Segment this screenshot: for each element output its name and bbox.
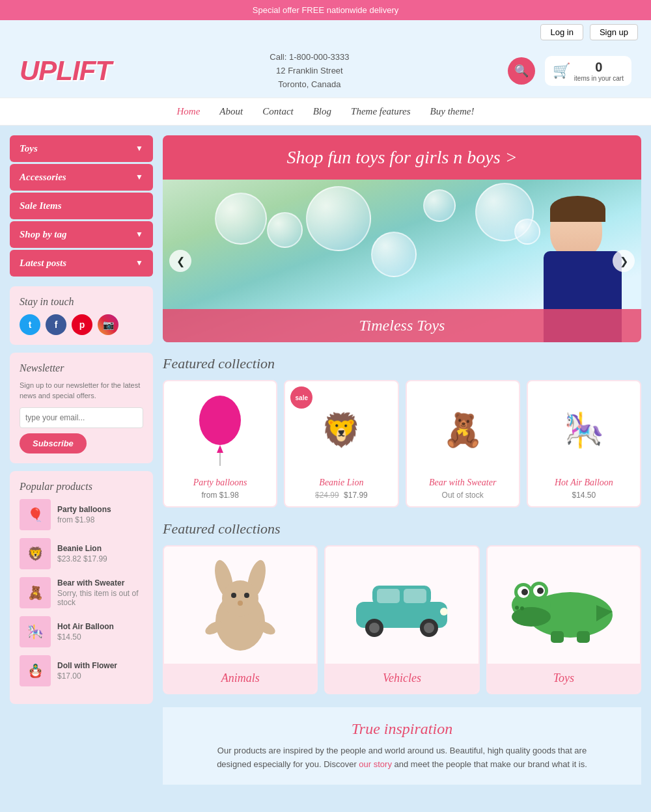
collection-image: [326, 547, 478, 664]
cart-icon: 🛒: [553, 62, 570, 79]
sidebar-menu: Toys ▼ Accessories ▼ Sale Items Shop by …: [10, 135, 153, 277]
our-story-link[interactable]: our story: [359, 759, 392, 769]
collection-label: Animals: [164, 664, 316, 693]
product-thumbnail: 🦁: [20, 538, 51, 569]
inspiration-text: Our products are inspired by the people …: [207, 744, 598, 772]
svg-rect-33: [551, 631, 564, 643]
product-image: 🧸: [413, 388, 512, 472]
stay-in-touch-box: Stay in touch t f p 📷: [10, 286, 153, 345]
email-field[interactable]: [20, 407, 143, 428]
svg-point-29: [537, 588, 544, 594]
nav-contact[interactable]: Contact: [262, 106, 294, 117]
list-item[interactable]: 🦁 Beanie Lion $23.82 $17.99: [20, 538, 143, 569]
product-card[interactable]: Party balloons from $1.98: [163, 380, 277, 508]
main-content: Shop fun toys for girls n boys >: [163, 135, 641, 785]
twitter-icon[interactable]: t: [20, 314, 40, 335]
slider-next-button[interactable]: ❯: [613, 250, 635, 272]
chevron-down-icon: ▼: [135, 144, 143, 154]
svg-marker-1: [217, 445, 223, 453]
svg-rect-14: [377, 589, 400, 603]
stay-in-touch-title: Stay in touch: [20, 296, 143, 308]
collection-card-toys[interactable]: Toys: [486, 545, 641, 694]
product-image: 🎠: [534, 388, 633, 472]
subscribe-button[interactable]: Subscribe: [20, 433, 87, 453]
list-item[interactable]: 🎠 Hot Air Balloon $14.50: [20, 616, 143, 647]
auth-bar: Log in Sign up: [0, 20, 651, 44]
cart-button[interactable]: 🛒 0 items in your cart: [545, 56, 631, 86]
svg-point-20: [440, 608, 448, 616]
product-image: [171, 388, 270, 472]
signup-button[interactable]: Sign up: [590, 24, 638, 40]
hero-cta[interactable]: Shop fun toys for girls n boys >: [163, 135, 641, 180]
sidebar-item-shop-by-tag[interactable]: Shop by tag ▼: [10, 221, 153, 248]
svg-rect-15: [404, 589, 426, 603]
svg-rect-34: [577, 631, 590, 643]
slider-label: Timeless Toys: [163, 309, 641, 342]
collection-image: [164, 547, 316, 664]
login-button[interactable]: Log in: [540, 24, 583, 40]
sidebar-item-latest-posts[interactable]: Latest posts ▼: [10, 250, 153, 277]
header-right: 🔍 🛒 0 items in your cart: [508, 56, 631, 86]
search-button[interactable]: 🔍: [508, 57, 535, 85]
product-thumbnail: 🧸: [20, 577, 51, 608]
svg-point-6: [222, 580, 258, 617]
product-thumbnail: 🎠: [20, 616, 51, 647]
top-banner: Special offer FREE nationwide delivery: [0, 0, 651, 20]
product-thumbnail: 🪆: [20, 655, 51, 686]
sidebar: Toys ▼ Accessories ▼ Sale Items Shop by …: [10, 135, 153, 785]
sidebar-item-accessories[interactable]: Accessories ▼: [10, 164, 153, 191]
chevron-down-icon: ▼: [135, 172, 143, 182]
main-container: Toys ▼ Accessories ▼ Sale Items Shop by …: [0, 126, 651, 794]
newsletter-box: Newsletter Sign up to our newsletter for…: [10, 353, 153, 463]
nav-home[interactable]: Home: [177, 106, 201, 117]
nav-about[interactable]: About: [219, 106, 243, 117]
sidebar-item-sale[interactable]: Sale Items: [10, 193, 153, 219]
hero-slider: ❮ ❯ Timeless Toys: [163, 180, 641, 342]
collection-card-animals[interactable]: Animals: [163, 545, 318, 694]
slider-prev-button[interactable]: ❮: [169, 250, 191, 272]
collection-label: Toys: [488, 664, 640, 693]
instagram-icon[interactable]: 📷: [98, 314, 118, 335]
product-card[interactable]: 🧸 Bear with Sweater Out of stock: [406, 380, 520, 508]
header: UPLIFT Call: 1-800-000-3333 12 Franklin …: [0, 44, 651, 98]
svg-point-17: [369, 623, 380, 633]
sidebar-item-toys[interactable]: Toys ▼: [10, 135, 153, 162]
search-icon: 🔍: [514, 64, 529, 78]
svg-point-9: [238, 601, 243, 606]
product-card[interactable]: 🎠 Hot Air Balloon $14.50: [527, 380, 641, 508]
svg-point-30: [515, 606, 519, 610]
nav-buy-theme[interactable]: Buy theme!: [430, 106, 475, 117]
svg-point-11: [244, 593, 249, 598]
popular-products-box: Popular products 🎈 Party balloons from $…: [10, 471, 153, 704]
list-item[interactable]: 🎈 Party balloons from $1.98: [20, 499, 143, 530]
featured-collections-title: Featured collections: [163, 521, 641, 537]
collection-label: Vehicles: [326, 664, 478, 693]
collection-card-vehicles[interactable]: Vehicles: [324, 545, 479, 694]
list-item[interactable]: 🧸 Bear with Sweater Sorry, this item is …: [20, 577, 143, 608]
svg-point-31: [520, 606, 524, 610]
logo[interactable]: UPLIFT: [20, 55, 111, 87]
popular-products-title: Popular products: [20, 481, 143, 493]
product-thumbnail: 🎈: [20, 499, 51, 530]
inspiration-section: True inspiration Our products are inspir…: [163, 707, 641, 785]
product-grid: Party balloons from $1.98 sale 🦁 Beanie …: [163, 380, 641, 508]
chevron-down-icon: ▼: [135, 258, 143, 268]
main-nav: Home About Contact Blog Theme features B…: [0, 98, 651, 126]
nav-theme-features[interactable]: Theme features: [351, 106, 411, 117]
svg-point-10: [231, 593, 236, 598]
collection-image: [488, 547, 640, 664]
newsletter-desc: Sign up to our newsletter for the latest…: [20, 381, 143, 401]
product-card[interactable]: sale 🦁 Beanie Lion $24.99 $17.99: [284, 380, 398, 508]
svg-point-0: [199, 396, 241, 445]
list-item[interactable]: 🪆 Doll with Flower $17.00: [20, 655, 143, 686]
collection-grid: Animals: [163, 545, 641, 694]
bubble-decoration: [215, 193, 267, 245]
facebook-icon[interactable]: f: [46, 314, 66, 335]
featured-collection-title: Featured collection: [163, 355, 641, 372]
inspiration-title: True inspiration: [176, 720, 628, 738]
nav-blog[interactable]: Blog: [313, 106, 331, 117]
svg-point-23: [512, 607, 551, 627]
svg-point-28: [521, 589, 528, 595]
pinterest-icon[interactable]: p: [72, 314, 92, 335]
newsletter-title: Newsletter: [20, 362, 143, 374]
